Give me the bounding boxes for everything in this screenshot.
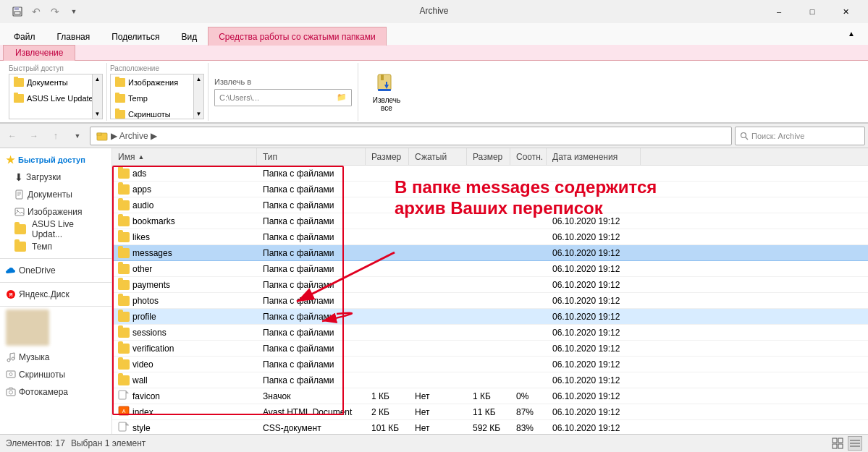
col-header-size2[interactable]: Размер: [467, 148, 510, 165]
col-header-name[interactable]: Имя ▲: [112, 148, 257, 165]
file-name: wall: [132, 375, 148, 385]
document-icon: [14, 189, 25, 200]
close-button[interactable]: ✕: [829, 0, 862, 23]
file-name: apps: [132, 184, 151, 195]
table-row[interactable]: wallПапка с файлами06.10.2020 19:12: [112, 372, 868, 388]
tab-compressed-tools[interactable]: Средства работы со сжатыми папками: [208, 27, 387, 46]
table-row[interactable]: photosПапка с файлами06.10.2020 19:12: [112, 293, 868, 309]
folder-icon: [118, 375, 130, 385]
scroll-down-2[interactable]: ▼: [195, 109, 203, 119]
sidebar-item-temp[interactable]: Темп: [0, 238, 111, 255]
forward-button[interactable]: →: [25, 127, 43, 145]
tab-home[interactable]: Главная: [46, 27, 101, 46]
file-type: Папка с файлами: [257, 296, 366, 306]
ribbon-list-item-temp[interactable]: Temp: [111, 90, 203, 106]
svg-rect-25: [7, 371, 15, 378]
tab-view[interactable]: Вид: [170, 27, 208, 46]
extract-path-input[interactable]: C:\Users\... 📁: [214, 89, 352, 106]
table-row[interactable]: sessionsПапка с файлами06.10.2020 19:12: [112, 325, 868, 341]
sidebar-item-yandex[interactable]: Я Яндекс.Диск: [0, 286, 111, 303]
file-list-header: Имя ▲ Тип Размер Сжатый Размер Соотн. Да…: [112, 148, 868, 166]
file-name: audio: [132, 200, 153, 210]
col-header-compressed[interactable]: Сжатый: [409, 148, 467, 165]
ribbon-collapse-button[interactable]: ▲: [835, 22, 868, 45]
file-size2: 11 КБ: [467, 407, 510, 417]
folder-icon: [118, 344, 130, 354]
redo-button[interactable]: ↷: [46, 3, 64, 20]
scroll-up-2[interactable]: ▲: [195, 74, 203, 84]
sidebar-item-asus[interactable]: ASUS Live Updat...: [0, 221, 111, 238]
file-date: 06.10.2020 19:12: [547, 407, 641, 417]
col-header-type[interactable]: Тип: [257, 148, 366, 165]
file-type: Папка с файлами: [257, 312, 366, 322]
table-row[interactable]: profileПапка с файлами06.10.2020 19:12: [112, 309, 868, 325]
table-row[interactable]: messagesПапка с файлами06.10.2020 19:12: [112, 245, 868, 261]
table-row[interactable]: likesПапка с файлами06.10.2020 19:12: [112, 229, 868, 245]
recent-locations-button[interactable]: ▼: [68, 127, 87, 145]
scroll-down-1[interactable]: ▼: [93, 109, 102, 119]
table-row[interactable]: otherПапка с файлами06.10.2020 19:12: [112, 261, 868, 277]
table-row[interactable]: appsПапка с файлами: [112, 182, 868, 197]
col-header-size1[interactable]: Размер: [366, 148, 409, 165]
tiles-view-button[interactable]: [830, 436, 845, 451]
svg-rect-2: [14, 12, 20, 14]
sidebar-item-images[interactable]: Изображения: [0, 203, 111, 221]
col-header-date[interactable]: Дата изменения: [547, 148, 641, 165]
file-type: Папка с файлами: [257, 184, 366, 195]
table-row[interactable]: styleCSS-документ101 КБНет592 КБ83%06.10…: [112, 420, 868, 434]
table-row[interactable]: faviconЗначок1 КБНет1 КБ0%06.10.2020 19:…: [112, 388, 868, 404]
tab-file[interactable]: Файл: [3, 27, 46, 46]
svg-line-24: [10, 353, 14, 354]
sidebar-item-documents[interactable]: Документы: [0, 186, 111, 203]
extract-subtab[interactable]: Извлечение: [3, 45, 75, 61]
table-row[interactable]: videoПапка с файлами06.10.2020 19:12: [112, 357, 868, 372]
download-icon: ⬇: [14, 171, 23, 183]
file-rows-container: adsПапка с файламиappsПапка с файламиaud…: [112, 166, 868, 434]
sidebar: ★ Быстрый доступ ⬇ Загрузки Документы Из…: [0, 148, 112, 434]
ribbon-list-item-screenshots[interactable]: Скриншоты: [111, 106, 203, 119]
table-row[interactable]: adsПапка с файлами: [112, 166, 868, 182]
file-compressed: Нет: [409, 391, 467, 401]
svg-marker-34: [126, 422, 129, 425]
file-name: index: [132, 407, 153, 417]
search-bar[interactable]: Поиск: Archive: [735, 127, 865, 145]
table-row[interactable]: bookmarksПапка с файлами06.10.2020 19:12: [112, 213, 868, 229]
table-row[interactable]: paymentsПапка с файлами06.10.2020 19:12: [112, 277, 868, 293]
address-bar[interactable]: ▶ Archive ▶: [90, 127, 732, 145]
table-row[interactable]: AindexAvast HTML Document2 КБНет11 КБ87%…: [112, 404, 868, 420]
file-name: messages: [132, 248, 172, 258]
svg-rect-27: [7, 389, 15, 396]
sidebar-item-camera[interactable]: Фотокамера: [0, 383, 111, 401]
list-view-button[interactable]: [848, 436, 862, 451]
tab-share[interactable]: Поделиться: [101, 27, 170, 46]
sidebar-item-quick-access[interactable]: ★ Быстрый доступ: [0, 151, 111, 169]
extract-all-button[interactable]: Извлечь все: [367, 68, 406, 116]
sidebar-item-downloads[interactable]: ⬇ Загрузки: [0, 169, 111, 186]
search-icon: [740, 132, 749, 140]
undo-button[interactable]: ↶: [28, 3, 45, 20]
table-row[interactable]: audioПапка с файлами: [112, 197, 868, 213]
dropdown-button[interactable]: ▼: [65, 3, 83, 20]
file-type: Папка с файлами: [257, 359, 366, 370]
sidebar-item-music[interactable]: Музыка: [0, 349, 111, 366]
back-button[interactable]: ←: [3, 127, 22, 145]
ribbon-list-item-asus[interactable]: ASUS Live Update: [9, 90, 102, 106]
ribbon-list-item-docs[interactable]: Документы: [9, 74, 102, 90]
up-button[interactable]: ↑: [46, 127, 65, 145]
save-button[interactable]: [9, 3, 26, 20]
minimize-button[interactable]: –: [762, 0, 796, 23]
sidebar-item-screenshots[interactable]: Скриншоты: [0, 366, 111, 383]
table-row[interactable]: verificationПапка с файлами06.10.2020 19…: [112, 341, 868, 357]
file-date: 06.10.2020 19:12: [547, 312, 641, 322]
file-type: CSS-документ: [257, 423, 366, 433]
address-breadcrumb: ▶ Archive ▶: [111, 131, 157, 141]
file-size2: 592 КБ: [467, 423, 510, 433]
file-type: Папка с файлами: [257, 344, 366, 354]
scroll-up-1[interactable]: ▲: [93, 74, 102, 84]
maximize-button[interactable]: □: [796, 0, 829, 23]
ribbon-list-item-images[interactable]: Изображения: [111, 74, 203, 90]
sidebar-item-onedrive[interactable]: OneDrive: [0, 262, 111, 279]
col-header-ratio[interactable]: Соотн.: [510, 148, 547, 165]
file-date: 06.10.2020 19:12: [547, 375, 641, 385]
ribbon-locations-group: Расположение Изображения Temp Скриншоты …: [107, 63, 208, 121]
